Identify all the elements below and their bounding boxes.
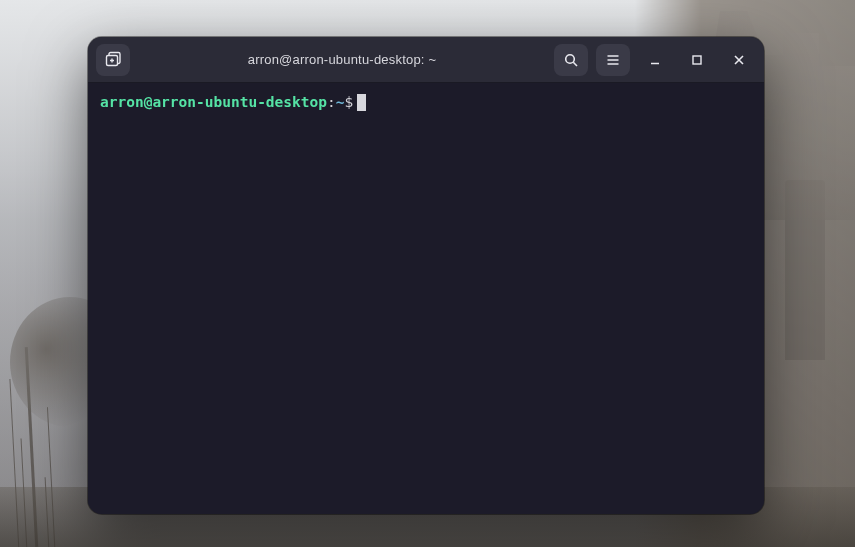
prompt-symbol: $ — [344, 93, 353, 113]
close-button[interactable] — [722, 44, 756, 76]
new-tab-button[interactable] — [96, 44, 130, 76]
maximize-button[interactable] — [680, 44, 714, 76]
prompt-line: arron@arron-ubuntu-desktop:~$ — [100, 93, 752, 113]
terminal-body[interactable]: arron@arron-ubuntu-desktop:~$ — [88, 83, 764, 514]
hamburger-menu-icon — [605, 52, 621, 68]
titlebar[interactable]: arron@arron-ubuntu-desktop: ~ — [88, 37, 764, 83]
svg-rect-2 — [693, 56, 701, 64]
maximize-icon — [690, 53, 704, 67]
prompt-colon: : — [327, 93, 336, 113]
close-icon — [732, 53, 746, 67]
minimize-icon — [648, 53, 662, 67]
window-title: arron@arron-ubuntu-desktop: ~ — [136, 52, 548, 67]
terminal-window: arron@arron-ubuntu-desktop: ~ — [88, 37, 764, 514]
minimize-button[interactable] — [638, 44, 672, 76]
menu-button[interactable] — [596, 44, 630, 76]
search-button[interactable] — [554, 44, 588, 76]
prompt-user-host: arron@arron-ubuntu-desktop — [100, 93, 327, 113]
new-tab-icon — [104, 51, 122, 69]
terminal-cursor — [357, 94, 366, 111]
search-icon — [563, 52, 579, 68]
prompt-cwd: ~ — [336, 93, 345, 113]
svg-point-1 — [566, 54, 575, 63]
